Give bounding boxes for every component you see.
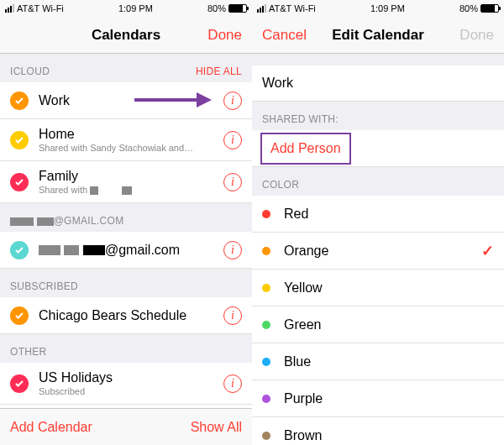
checkmark-icon [10,306,29,325]
checkmark-icon [10,241,29,259]
checkmark-icon [10,173,29,191]
color-row-yellow[interactable]: Yellow [252,270,504,306]
edit-form[interactable]: SHARED WITH: Add Person COLOR Red Orange… [252,54,504,445]
color-row-green[interactable]: Green [252,306,504,343]
calendar-list[interactable]: ICLOUD HIDE ALL Work i HomeShared with S… [0,54,252,408]
nav-bar: Cancel Edit Calendar Done [252,17,504,54]
name-input[interactable] [262,76,494,91]
color-swatch [262,321,270,329]
section-header-color: COLOR [252,167,504,196]
add-calendar-button[interactable]: Add Calendar [10,420,92,435]
info-icon[interactable]: i [223,131,242,149]
calendar-row-bears[interactable]: Chicago Bears Schedule i [0,297,252,334]
color-row-blue[interactable]: Blue [252,343,504,380]
edit-calendar-screen: AT&T Wi-Fi 1:09 PM 80% Cancel Edit Calen… [252,0,504,445]
section-header-icloud: ICLOUD HIDE ALL [0,54,252,82]
color-row-brown[interactable]: Brown [252,417,504,445]
add-person-row[interactable]: Add Person [252,130,504,167]
color-swatch [262,210,270,218]
cancel-button[interactable]: Cancel [262,27,307,44]
checkmark-icon [10,131,29,149]
section-header-gmail: @GMAIL.COM [0,203,252,232]
section-header-other: OTHER [0,334,252,363]
checkmark-icon [10,374,29,393]
color-swatch [262,247,270,255]
calendars-screen: AT&T Wi-Fi 1:09 PM 80% Calendars Done IC… [0,0,252,445]
info-icon[interactable]: i [223,306,242,325]
calendar-row-gmail[interactable]: @gmail.com i [0,232,252,269]
calendar-row-home[interactable]: HomeShared with Sandy Stachowiak and… i [0,119,252,161]
info-icon[interactable]: i [223,92,242,110]
hide-all-button[interactable]: HIDE ALL [196,65,242,77]
section-header-shared: SHARED WITH: [252,102,504,130]
color-row-red[interactable]: Red [252,196,504,233]
time: 1:09 PM [118,3,153,13]
checkmark-icon [10,92,29,110]
calendar-name-field[interactable] [252,65,504,102]
calendar-row-birthdays[interactable]: Birthdays [0,405,252,408]
color-swatch [262,284,270,292]
color-row-orange[interactable]: Orange✓ [252,233,504,270]
checkmark-icon: ✓ [481,242,494,260]
add-person-button[interactable]: Add Person [270,141,341,155]
show-all-button[interactable]: Show All [191,420,242,435]
status-bar: AT&T Wi-Fi 1:09 PM 80% [0,0,252,17]
calendar-row-family[interactable]: FamilyShared with i [0,161,252,203]
status-bar: AT&T Wi-Fi 1:09 PM 80% [252,0,504,17]
annotation-highlight: Add Person [260,133,351,165]
color-swatch [262,358,270,366]
section-header-subscribed: SUBSCRIBED [0,269,252,297]
info-icon[interactable]: i [223,173,242,191]
done-button[interactable]: Done [207,27,242,44]
done-button[interactable]: Done [459,27,494,44]
calendar-row-usholidays[interactable]: US HolidaysSubscribed i [0,363,252,405]
info-icon[interactable]: i [223,241,242,259]
bottom-toolbar: Add Calendar Show All [0,408,252,445]
color-row-purple[interactable]: Purple [252,380,504,417]
color-swatch [262,395,270,403]
info-icon[interactable]: i [223,374,242,393]
calendar-row-work[interactable]: Work i [0,82,252,119]
nav-bar: Calendars Done [0,17,252,54]
color-swatch [262,432,270,440]
